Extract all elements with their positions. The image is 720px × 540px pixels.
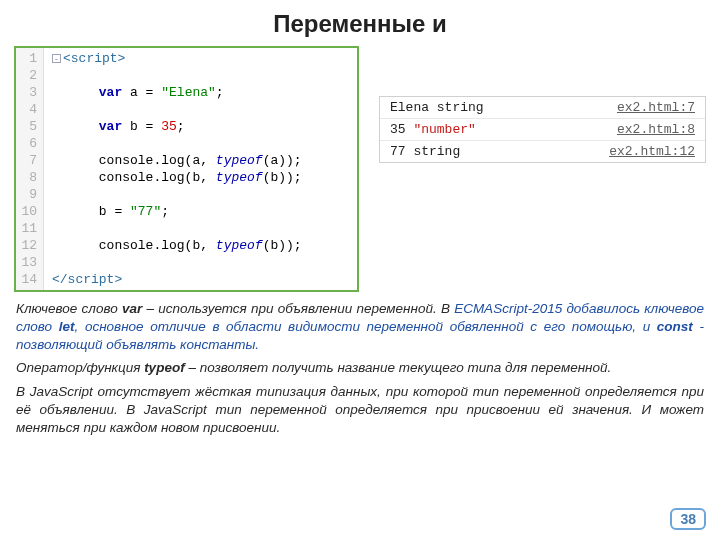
line-number: 6 xyxy=(20,135,37,152)
console-output: 35 "number" xyxy=(390,122,476,137)
console-row: 77 stringex2.html:12 xyxy=(380,141,705,162)
console-source-link[interactable]: ex2.html:7 xyxy=(617,100,695,115)
code-line: -<script> xyxy=(52,50,302,67)
line-number: 7 xyxy=(20,152,37,169)
line-number: 2 xyxy=(20,67,37,84)
console-output: 77 string xyxy=(390,144,460,159)
line-number: 11 xyxy=(20,220,37,237)
line-number: 12 xyxy=(20,237,37,254)
description: Ключевое слово var – используется при об… xyxy=(0,292,720,438)
console-row: Elena stringex2.html:7 xyxy=(380,97,705,119)
code-line: console.log(b, typeof(b)); xyxy=(52,169,302,186)
console-source-link[interactable]: ex2.html:8 xyxy=(617,122,695,137)
line-number: 10 xyxy=(20,203,37,220)
code-body: -<script> var a = "Elena"; var b = 35; c… xyxy=(44,48,310,290)
console-source-link[interactable]: ex2.html:12 xyxy=(609,144,695,159)
page-title: Переменные и xyxy=(0,0,720,46)
line-number: 4 xyxy=(20,101,37,118)
line-number: 8 xyxy=(20,169,37,186)
console-output: Elena string xyxy=(390,100,484,115)
line-number: 9 xyxy=(20,186,37,203)
code-line: console.log(b, typeof(b)); xyxy=(52,237,302,254)
code-line: b = "77"; xyxy=(52,203,302,220)
line-number: 3 xyxy=(20,84,37,101)
code-line xyxy=(52,135,302,152)
code-line xyxy=(52,67,302,84)
para-var: Ключевое слово var – используется при об… xyxy=(16,300,704,355)
line-number: 13 xyxy=(20,254,37,271)
console-row: 35 "number"ex2.html:8 xyxy=(380,119,705,141)
code-line: var a = "Elena"; xyxy=(52,84,302,101)
code-line xyxy=(52,220,302,237)
top-row: 1234567891011121314 -<script> var a = "E… xyxy=(0,46,720,292)
code-editor: 1234567891011121314 -<script> var a = "E… xyxy=(14,46,359,292)
line-number: 5 xyxy=(20,118,37,135)
line-gutter: 1234567891011121314 xyxy=(16,48,44,290)
code-line xyxy=(52,101,302,118)
line-number: 14 xyxy=(20,271,37,288)
para-typeof: Оператор/функция typeof – позволяет полу… xyxy=(16,359,704,377)
code-line: </script> xyxy=(52,271,302,288)
code-line: var b = 35; xyxy=(52,118,302,135)
para-typing: В JavaScript отсутствует жёсткая типизац… xyxy=(16,383,704,438)
code-line xyxy=(52,186,302,203)
code-line xyxy=(52,254,302,271)
console-panel: Elena stringex2.html:735 "number"ex2.htm… xyxy=(379,96,706,163)
line-number: 1 xyxy=(20,50,37,67)
page-number: 38 xyxy=(670,508,706,530)
code-line: console.log(a, typeof(a)); xyxy=(52,152,302,169)
